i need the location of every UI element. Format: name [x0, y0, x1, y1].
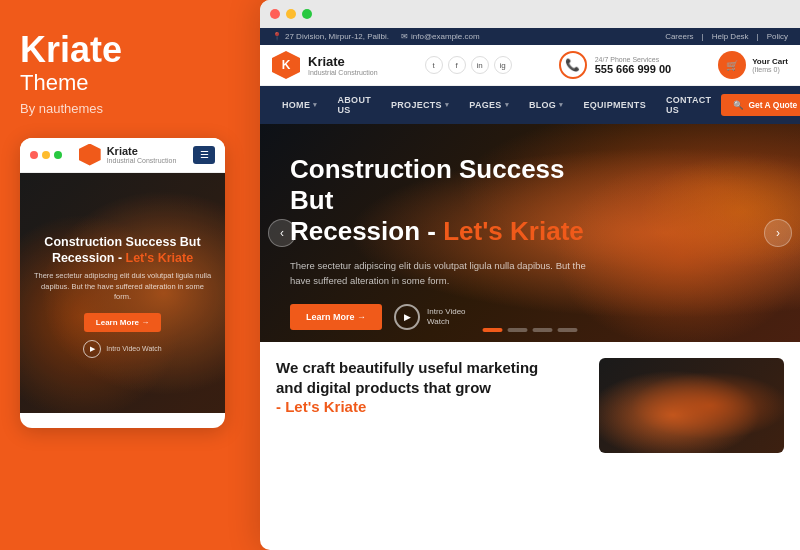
nav-item-projects[interactable]: PROJECTS ▾ [381, 86, 459, 124]
hero-description: There sectetur adipiscing elit duis volu… [290, 258, 590, 288]
hero-content: Construction Success But Recession - Let… [260, 124, 640, 342]
instagram-icon[interactable]: ig [494, 56, 512, 74]
topbar-careers[interactable]: Careers [665, 32, 693, 41]
search-icon: 🔍 [733, 100, 744, 110]
nav-item-contact[interactable]: CONTACT US [656, 86, 721, 124]
get-quote-button[interactable]: 🔍 Get A Quote → [721, 94, 800, 116]
brand-title: Kriate Theme By nauthemes [20, 30, 225, 116]
mobile-hero-section: Construction Success But Recession - Let… [20, 173, 225, 413]
facebook-icon[interactable]: f [448, 56, 466, 74]
topbar-contact-info: 📍 27 Division, Mirpur-12, Pallbi. ✉ info… [272, 32, 480, 41]
site-logo: K Kriate Industrial Construction [272, 51, 378, 79]
mobile-menu-button[interactable]: ☰ [193, 146, 215, 164]
mobile-hero-title: Construction Success But Recession - Let… [32, 234, 213, 267]
hero-title: Construction Success But Recession - Let… [290, 154, 610, 248]
mobile-dot-green [54, 151, 62, 159]
topbar-divider2: | [757, 32, 759, 41]
mobile-window-dots [30, 151, 62, 159]
browser-titlebar [260, 0, 800, 28]
hero-dot-4[interactable] [558, 328, 578, 332]
cart-text-area: Your Cart (Items 0) [752, 57, 788, 73]
mobile-hero-content: Construction Success But Recession - Let… [32, 234, 213, 358]
hero-video-button[interactable]: ▶ Intro Video Watch [394, 304, 466, 330]
phone-area: 📞 24/7 Phone Services 555 666 999 00 [559, 51, 671, 79]
projects-dropdown-arrow: ▾ [445, 101, 449, 109]
hero-next-arrow[interactable]: › [764, 219, 792, 247]
linkedin-icon[interactable]: in [471, 56, 489, 74]
mobile-preview-card: Kriate Industrial Construction ☰ Constru… [20, 138, 225, 428]
browser-close-button[interactable] [270, 9, 280, 19]
mobile-video-text: Intro Video Watch [106, 345, 161, 352]
mobile-play-icon: ▶ [83, 340, 101, 358]
topbar-helpdesk[interactable]: Help Desk [712, 32, 749, 41]
logo-text-area: Kriate Industrial Construction [308, 54, 378, 76]
nav-item-about[interactable]: ABOUT US [328, 86, 382, 124]
topbar-links: Careers | Help Desk | Policy [665, 32, 788, 41]
phone-icon: 📞 [559, 51, 587, 79]
bottom-image [599, 358, 784, 453]
mobile-video-button[interactable]: ▶ Intro Video Watch [32, 340, 213, 358]
hero-video-text: Intro Video Watch [427, 307, 466, 328]
twitter-icon[interactable]: t [425, 56, 443, 74]
nav-items-list: HOME ▾ ABOUT US PROJECTS ▾ PAGES ▾ BLOG … [272, 86, 721, 124]
browser-mockup: 📍 27 Division, Mirpur-12, Pallbi. ✉ info… [260, 0, 800, 550]
topbar-policy[interactable]: Policy [767, 32, 788, 41]
mobile-logo-text-area: Kriate Industrial Construction [107, 145, 177, 164]
browser-minimize-button[interactable] [286, 9, 296, 19]
mobile-logo-icon [79, 144, 101, 166]
nav-item-equipments[interactable]: EQUIPMENTS [573, 86, 656, 124]
cart-area: 🛒 Your Cart (Items 0) [718, 51, 788, 79]
home-dropdown-arrow: ▾ [313, 101, 317, 109]
site-bottom-section: We craft beautifully useful marketing an… [260, 342, 800, 469]
location-icon: 📍 [272, 32, 282, 41]
nav-item-blog[interactable]: BLOG ▾ [519, 86, 574, 124]
left-panel: Kriate Theme By nauthemes Kriate Industr… [0, 0, 245, 550]
nav-item-pages[interactable]: PAGES ▾ [459, 86, 519, 124]
hero-dot-2[interactable] [508, 328, 528, 332]
blog-dropdown-arrow: ▾ [559, 101, 563, 109]
nav-item-home[interactable]: HOME ▾ [272, 86, 328, 124]
social-icons: t f in ig [425, 56, 512, 74]
mobile-dot-red [30, 151, 38, 159]
hero-learn-more-button[interactable]: Learn More → [290, 304, 382, 330]
hero-play-icon: ▶ [394, 304, 420, 330]
mobile-dot-yellow [42, 151, 50, 159]
browser-maximize-button[interactable] [302, 9, 312, 19]
hero-dot-1[interactable] [483, 328, 503, 332]
site-topbar: 📍 27 Division, Mirpur-12, Pallbi. ✉ info… [260, 28, 800, 45]
cart-avatar: 🛒 [718, 51, 746, 79]
topbar-address: 📍 27 Division, Mirpur-12, Pallbi. [272, 32, 389, 41]
mobile-learn-more-button[interactable]: Learn More → [84, 313, 161, 332]
bottom-heading: We craft beautifully useful marketing an… [276, 358, 583, 417]
site-navigation: HOME ▾ ABOUT US PROJECTS ▾ PAGES ▾ BLOG … [260, 86, 800, 124]
logo-icon: K [272, 51, 300, 79]
email-icon: ✉ [401, 32, 408, 41]
hero-dot-3[interactable] [533, 328, 553, 332]
hero-pagination-dots [483, 328, 578, 332]
hero-buttons: Learn More → ▶ Intro Video Watch [290, 304, 610, 330]
mobile-hero-description: There sectetur adipiscing elit duis volu… [32, 271, 213, 303]
hero-prev-arrow[interactable]: ‹ [268, 219, 296, 247]
topbar-divider1: | [702, 32, 704, 41]
site-header: K Kriate Industrial Construction t f in … [260, 45, 800, 86]
phone-text-area: 24/7 Phone Services 555 666 999 00 [595, 56, 671, 75]
mobile-topbar: Kriate Industrial Construction ☰ [20, 138, 225, 173]
pages-dropdown-arrow: ▾ [505, 101, 509, 109]
topbar-email: ✉ info@example.com [401, 32, 480, 41]
bottom-text-area: We craft beautifully useful marketing an… [276, 358, 583, 421]
mobile-logo: Kriate Industrial Construction [79, 144, 177, 166]
site-hero-section: ‹ › Construction Success But Recession -… [260, 124, 800, 342]
